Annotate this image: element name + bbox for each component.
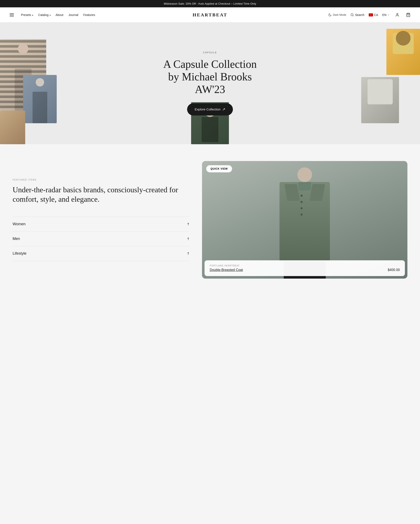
user-icon <box>395 13 399 17</box>
category-arrow-women: ↗ <box>186 222 191 227</box>
locale-country: CA <box>374 13 378 17</box>
search-button[interactable]: Search <box>350 13 364 17</box>
category-label-lifestyle: Lifestyle <box>13 251 26 256</box>
product-card: QUICK VIEW PORTLAND HEARTBEAT Double-Bre… <box>202 161 407 279</box>
main-nav: Presets Catalog About Journal Features <box>21 13 95 17</box>
featured-right: QUICK VIEW PORTLAND HEARTBEAT Double-Bre… <box>202 161 407 279</box>
category-arrow-men: ↗ <box>186 236 191 241</box>
language-label: EN <box>382 13 386 17</box>
announcement-bar: Midseason Sale: 20% Off - Auto Applied a… <box>0 0 420 7</box>
site-logo[interactable]: HEARTBEAT <box>192 12 227 18</box>
explore-arrow-icon: ↗ <box>222 107 225 112</box>
nav-item-catalog[interactable]: Catalog <box>38 13 51 17</box>
hero-image-3 <box>0 111 25 144</box>
nav-item-journal[interactable]: Journal <box>69 13 78 17</box>
explore-btn-label: Explore Collection <box>195 107 221 111</box>
explore-collection-button[interactable]: Explore Collection ↗ <box>187 103 233 115</box>
hero-eyebrow: CAPSULE <box>160 51 260 54</box>
hero-section: CAPSULE A Capsule Collection by Michael … <box>0 22 420 144</box>
hero-title: A Capsule Collection by Michael Brooks A… <box>160 58 260 96</box>
featured-title: Under-the-radar basics brands, conscious… <box>13 185 189 204</box>
header-left: Presets Catalog About Journal Features <box>9 12 95 18</box>
header-right: Dark Mode Search 🍁 CA EN <box>328 12 411 18</box>
featured-eyebrow: FEATURED ITEMS <box>13 179 189 181</box>
hero-image-4 <box>386 29 420 75</box>
chevron-down-icon <box>387 14 390 16</box>
product-details: PORTLAND HEARTBEAT Double-Breasted Coat <box>210 264 243 272</box>
search-label: Search <box>355 13 364 17</box>
hero-image-5 <box>361 77 399 123</box>
featured-left: FEATURED ITEMS Under-the-radar basics br… <box>13 179 202 261</box>
category-item-men[interactable]: Men ↗ <box>13 232 189 246</box>
svg-point-2 <box>397 13 398 15</box>
nav-item-features[interactable]: Features <box>83 13 95 17</box>
hero-image-2 <box>23 75 57 123</box>
category-item-lifestyle[interactable]: Lifestyle ↗ <box>13 246 189 261</box>
category-list: Women ↗ Men ↗ Lifestyle ↗ <box>13 217 189 261</box>
category-arrow-lifestyle: ↗ <box>186 251 191 256</box>
dark-mode-toggle[interactable]: Dark Mode <box>328 13 346 17</box>
category-label-women: Women <box>13 222 26 226</box>
product-info: PORTLAND HEARTBEAT Double-Breasted Coat … <box>205 260 405 276</box>
search-icon <box>350 13 354 17</box>
locale-selector[interactable]: 🍁 CA <box>368 13 378 17</box>
dark-mode-label: Dark Mode <box>333 13 346 16</box>
product-price: $400.00 <box>388 268 400 272</box>
hero-content: CAPSULE A Capsule Collection by Michael … <box>160 51 260 115</box>
nav-item-about[interactable]: About <box>56 13 63 17</box>
flag-icon: 🍁 <box>368 13 373 17</box>
quick-view-label: QUICK VIEW <box>210 167 228 170</box>
moon-icon <box>328 13 332 17</box>
category-item-women[interactable]: Women ↗ <box>13 217 189 232</box>
bag-icon <box>406 13 410 17</box>
featured-section: FEATURED ITEMS Under-the-radar basics br… <box>0 144 420 295</box>
quick-view-button[interactable]: QUICK VIEW <box>206 165 232 172</box>
product-name[interactable]: Double-Breasted Coat <box>210 268 243 272</box>
product-brand: PORTLAND HEARTBEAT <box>210 264 243 267</box>
svg-point-0 <box>351 14 353 16</box>
hamburger-button[interactable] <box>9 12 15 18</box>
category-label-men: Men <box>13 236 20 241</box>
language-selector[interactable]: EN <box>382 13 390 17</box>
cart-button[interactable] <box>405 12 411 18</box>
announcement-text: Midseason Sale: 20% Off - Auto Applied a… <box>164 2 256 5</box>
account-button[interactable] <box>394 12 401 18</box>
svg-line-1 <box>353 16 353 16</box>
header: Presets Catalog About Journal Features H… <box>0 7 420 22</box>
nav-item-presets[interactable]: Presets <box>21 13 33 17</box>
